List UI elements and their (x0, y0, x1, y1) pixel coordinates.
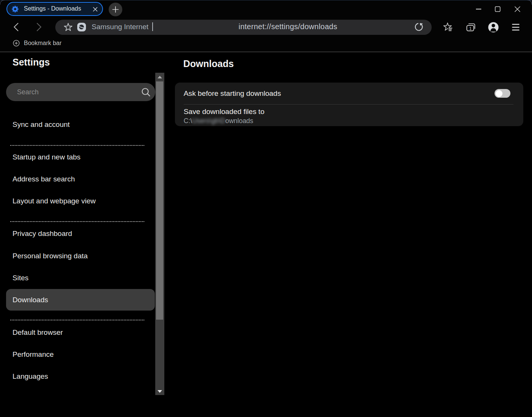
svg-text:1: 1 (469, 26, 471, 31)
